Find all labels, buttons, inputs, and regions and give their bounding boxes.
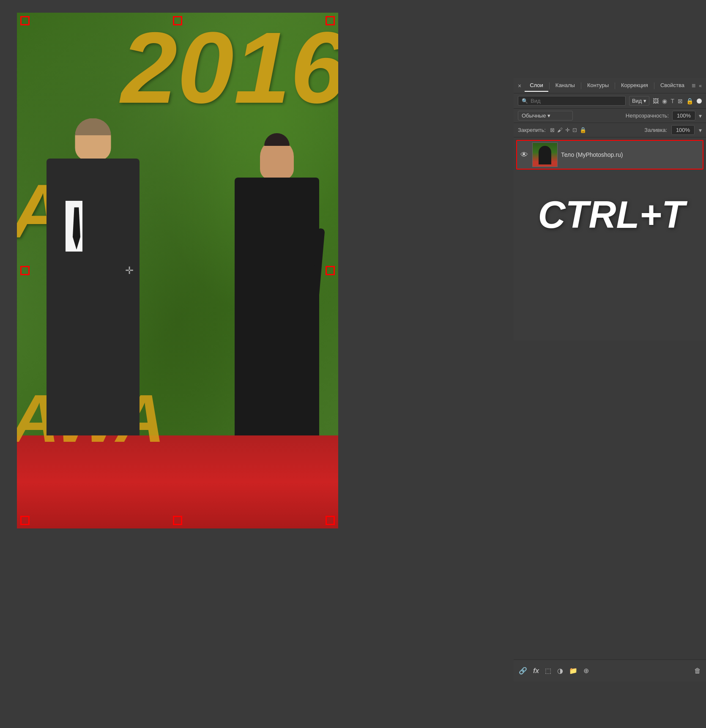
shortcut-text: CTRL+T bbox=[538, 193, 685, 237]
layer-thumb-figure bbox=[539, 146, 551, 164]
fx-button[interactable]: fx bbox=[533, 667, 539, 675]
female-figure bbox=[228, 140, 326, 435]
blend-mode-row: Обычные ▾ Непрозрачность: 100% ▾ bbox=[514, 109, 706, 123]
add-layer-button[interactable]: ⊕ bbox=[583, 667, 589, 675]
transform-handle-ml[interactable] bbox=[20, 266, 30, 275]
photo-gold-year: 2016 bbox=[121, 17, 338, 118]
lock-transparent-button[interactable]: ⊠ bbox=[550, 127, 555, 133]
search-dropdown-arrow: ▾ bbox=[643, 98, 646, 104]
lock-all-button[interactable]: 🔒 bbox=[580, 127, 586, 133]
photo-canvas: 2016 AR AWA bbox=[17, 13, 338, 528]
adjustment-button[interactable]: ◑ bbox=[557, 667, 563, 675]
transform-handle-bl[interactable] bbox=[20, 516, 30, 525]
tab-separator-2 bbox=[581, 82, 581, 89]
blend-mode-dropdown[interactable]: Обычные ▾ bbox=[518, 111, 573, 120]
blend-mode-label: Обычные bbox=[522, 112, 546, 119]
transform-handle-mr[interactable] bbox=[326, 266, 335, 275]
opacity-stepper[interactable]: ▾ bbox=[699, 112, 702, 119]
photo-scene: 2016 AR AWA bbox=[17, 13, 338, 528]
layer-text-icon[interactable]: T bbox=[670, 98, 674, 104]
lock-move-button[interactable]: ✛ bbox=[565, 127, 570, 133]
tab-corrections[interactable]: Коррекция bbox=[616, 79, 653, 92]
layer-circle-icon[interactable]: ◉ bbox=[662, 98, 667, 104]
fill-input[interactable]: 100% bbox=[671, 125, 695, 135]
transform-handle-bm[interactable] bbox=[173, 516, 182, 525]
shortcut-display-area: CTRL+T bbox=[507, 203, 698, 309]
transform-center: ✛ bbox=[125, 265, 134, 276]
layer-name: Тело (MyPhotoshop.ru) bbox=[561, 151, 699, 158]
blend-mode-arrow: ▾ bbox=[547, 112, 550, 119]
transform-handle-tl[interactable] bbox=[20, 16, 30, 25]
fill-stepper[interactable]: ▾ bbox=[699, 127, 702, 134]
add-mask-button[interactable]: ⬚ bbox=[545, 667, 551, 675]
female-head bbox=[260, 140, 294, 180]
panel-collapse-icon[interactable]: « bbox=[699, 83, 702, 89]
panel-menu-icon[interactable]: ≡ bbox=[692, 82, 695, 90]
opacity-input[interactable]: 100% bbox=[672, 111, 695, 120]
tab-layers[interactable]: Слои bbox=[525, 79, 548, 92]
layer-image-icon[interactable]: 🖼 bbox=[653, 98, 659, 104]
lock-label: Закрепить: bbox=[518, 127, 546, 133]
male-hair bbox=[75, 118, 111, 135]
transform-handle-tr[interactable] bbox=[326, 16, 335, 25]
search-dropdown-label: Вид bbox=[632, 98, 642, 104]
tab-separator-4 bbox=[654, 82, 654, 89]
female-body bbox=[235, 178, 319, 435]
transform-handle-br[interactable] bbox=[326, 516, 335, 525]
tab-separator-3 bbox=[615, 82, 615, 89]
lock-fill-row: Закрепить: ⊠ 🖌 ✛ ⊡ 🔒 Заливка: 100% ▾ bbox=[514, 123, 706, 137]
canvas-area: 2016 AR AWA bbox=[0, 0, 706, 728]
group-button[interactable]: 📁 bbox=[569, 667, 577, 675]
search-view-dropdown[interactable]: Вид ▾ bbox=[629, 96, 650, 106]
layer-item[interactable]: 👁 Тело (MyPhotoshop.ru) bbox=[516, 140, 703, 170]
search-row: 🔍 Вид ▾ 🖼 ◉ T ⊠ 🔒 bbox=[514, 93, 706, 109]
layer-lock-icon[interactable]: 🔒 bbox=[686, 98, 693, 104]
layer-visibility-toggle[interactable]: 👁 bbox=[520, 151, 529, 159]
layer-crop-icon[interactable]: ⊠ bbox=[678, 98, 683, 104]
lock-image-button[interactable]: 🖌 bbox=[557, 127, 563, 133]
opacity-label: Непрозрачность: bbox=[626, 112, 669, 119]
delete-layer-button[interactable]: 🗑 bbox=[694, 667, 701, 675]
tab-separator-1 bbox=[549, 82, 550, 89]
male-figure bbox=[38, 118, 148, 435]
panel-close-button[interactable]: × bbox=[518, 82, 521, 89]
search-icons-row: 🖼 ◉ T ⊠ 🔒 bbox=[653, 98, 702, 104]
male-head bbox=[75, 118, 111, 161]
search-input[interactable] bbox=[531, 98, 622, 104]
female-arm bbox=[310, 228, 325, 313]
panel-bottom-toolbar: 🔗 fx ⬚ ◑ 📁 ⊕ 🗑 bbox=[514, 660, 706, 681]
tab-paths[interactable]: Контуры bbox=[582, 79, 614, 92]
search-icon: 🔍 bbox=[522, 98, 528, 104]
tab-channels[interactable]: Каналы bbox=[550, 79, 580, 92]
lock-artboard-button[interactable]: ⊡ bbox=[572, 127, 577, 133]
white-dot-indicator bbox=[697, 99, 702, 104]
layer-thumbnail bbox=[532, 142, 558, 167]
tab-properties[interactable]: Свойства bbox=[655, 79, 690, 92]
fill-label: Заливка: bbox=[644, 127, 667, 133]
layers-list: 👁 Тело (MyPhotoshop.ru) bbox=[514, 137, 706, 172]
transform-handle-tm[interactable] bbox=[173, 16, 182, 25]
male-body bbox=[47, 159, 140, 435]
lock-icons-group: ⊠ 🖌 ✛ ⊡ 🔒 bbox=[550, 127, 586, 133]
search-box[interactable]: 🔍 bbox=[518, 96, 626, 106]
panel-tabs-bar: × Слои Каналы Контуры Коррекция Свойства… bbox=[514, 78, 706, 93]
link-layers-button[interactable]: 🔗 bbox=[519, 667, 527, 675]
